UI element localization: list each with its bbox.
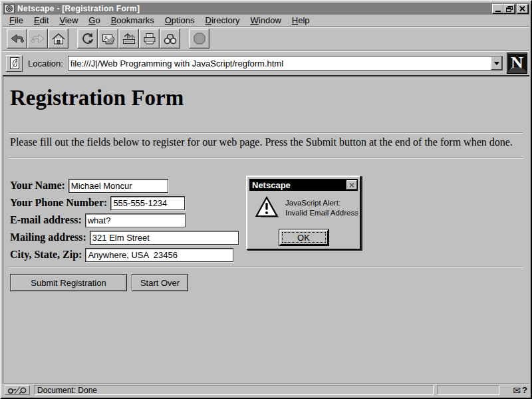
mailing-address-input[interactable] bbox=[90, 231, 239, 245]
minimize-icon bbox=[495, 11, 501, 12]
form-row-name: Your Name: bbox=[10, 178, 168, 193]
dialog-title-bar[interactable]: Netscape bbox=[249, 179, 358, 191]
reload-icon bbox=[81, 32, 94, 45]
mail-status-icon: ? bbox=[522, 385, 527, 395]
phone-input[interactable] bbox=[110, 196, 185, 210]
close-button[interactable] bbox=[517, 4, 528, 13]
menu-edit[interactable]: Edit bbox=[29, 15, 55, 27]
menu-view[interactable]: View bbox=[55, 15, 84, 27]
dialog-close-icon bbox=[349, 183, 354, 188]
find-button[interactable] bbox=[160, 29, 180, 49]
logo-horizon bbox=[507, 67, 527, 73]
minimize-button[interactable] bbox=[492, 4, 503, 13]
images-icon bbox=[101, 33, 116, 45]
back-button[interactable] bbox=[7, 29, 27, 49]
email-label: E-mail address: bbox=[10, 214, 82, 226]
phone-label: Your Phone Number: bbox=[10, 197, 107, 209]
home-button[interactable] bbox=[48, 29, 68, 49]
city-state-zip-label: City, State, Zip: bbox=[10, 249, 82, 261]
menu-bar: File Edit View Go Bookmarks Options Dire… bbox=[3, 15, 529, 27]
reload-button[interactable] bbox=[77, 29, 98, 49]
page-proxy-button[interactable] bbox=[6, 55, 23, 72]
stop-button[interactable] bbox=[189, 29, 209, 49]
menu-directory[interactable]: Directory bbox=[201, 15, 246, 27]
dialog-title: Netscape bbox=[252, 180, 346, 190]
location-dropdown-button[interactable] bbox=[491, 57, 502, 70]
location-field bbox=[68, 56, 503, 70]
menu-window[interactable]: Window bbox=[246, 15, 287, 27]
print-icon bbox=[142, 33, 157, 45]
location-bar: Location: N bbox=[3, 51, 529, 75]
name-label: Your Name: bbox=[10, 180, 65, 192]
netscape-app-icon[interactable] bbox=[4, 4, 15, 13]
page-title: Registration Form bbox=[10, 86, 184, 110]
home-icon bbox=[51, 33, 66, 45]
restore-icon bbox=[506, 6, 513, 12]
horizontal-rule bbox=[9, 158, 523, 159]
netscape-window: Netscape - [Registration Form] File Edit… bbox=[0, 0, 532, 399]
title-bar[interactable]: Netscape - [Registration Form] bbox=[3, 3, 529, 15]
page-quill-icon bbox=[9, 57, 21, 70]
open-icon bbox=[122, 33, 136, 45]
menu-options[interactable]: Options bbox=[160, 15, 201, 27]
close-icon bbox=[519, 6, 525, 11]
menu-file[interactable]: File bbox=[5, 15, 29, 27]
toolbar bbox=[3, 27, 529, 51]
mail-icon[interactable]: ✉ bbox=[513, 386, 521, 395]
email-input[interactable] bbox=[85, 213, 186, 227]
mailing-address-label: Mailing address: bbox=[10, 231, 86, 243]
dialog-message-line1: JavaScript Alert: bbox=[285, 198, 358, 208]
dialog-close-button[interactable] bbox=[346, 180, 357, 190]
city-state-zip-input[interactable] bbox=[85, 248, 233, 262]
status-message: Document: Done bbox=[34, 385, 434, 395]
name-input[interactable] bbox=[68, 179, 168, 193]
menu-help[interactable]: Help bbox=[287, 15, 316, 27]
dialog-message: JavaScript Alert: Invalid Email Address bbox=[285, 198, 358, 218]
form-row-email: E-mail address: bbox=[10, 213, 186, 227]
forward-arrow-icon bbox=[31, 33, 45, 45]
location-label: Location: bbox=[28, 59, 63, 68]
open-button[interactable] bbox=[118, 29, 139, 49]
location-input[interactable] bbox=[68, 57, 491, 70]
window-title: Netscape - [Registration Form] bbox=[17, 4, 492, 13]
forward-button[interactable] bbox=[27, 29, 48, 49]
back-arrow-icon bbox=[10, 33, 25, 45]
menu-go[interactable]: Go bbox=[84, 15, 106, 27]
warning-icon bbox=[255, 196, 281, 222]
restore-button[interactable] bbox=[503, 4, 515, 13]
print-button[interactable] bbox=[139, 29, 160, 49]
status-bar: Document: Done ✉ ? bbox=[3, 383, 529, 396]
progress-bar bbox=[437, 385, 499, 395]
horizontal-rule bbox=[9, 267, 523, 268]
form-row-city-state-zip: City, State, Zip: bbox=[10, 247, 233, 262]
chevron-down-icon bbox=[494, 62, 499, 68]
intro-text: Please fill out the fields below to regi… bbox=[10, 136, 524, 148]
form-row-mailing: Mailing address: bbox=[10, 230, 239, 245]
submit-registration-button[interactable]: Submit Registration bbox=[10, 274, 127, 291]
form-row-phone: Your Phone Number: bbox=[10, 196, 185, 210]
ok-button-label: OK bbox=[282, 232, 326, 243]
horizontal-rule bbox=[9, 132, 523, 134]
start-over-button[interactable]: Start Over bbox=[132, 274, 188, 291]
javascript-alert-dialog: Netscape JavaScript Alert: Invalid Email… bbox=[246, 176, 361, 250]
find-icon bbox=[163, 33, 178, 45]
images-button[interactable] bbox=[98, 29, 118, 49]
dialog-message-line2: Invalid Email Address bbox=[285, 208, 358, 218]
security-key-icon bbox=[5, 385, 30, 395]
ok-button[interactable]: OK bbox=[279, 229, 329, 245]
menu-bookmarks[interactable]: Bookmarks bbox=[106, 15, 160, 27]
netscape-logo[interactable]: N bbox=[507, 53, 527, 74]
stop-icon bbox=[193, 32, 206, 45]
